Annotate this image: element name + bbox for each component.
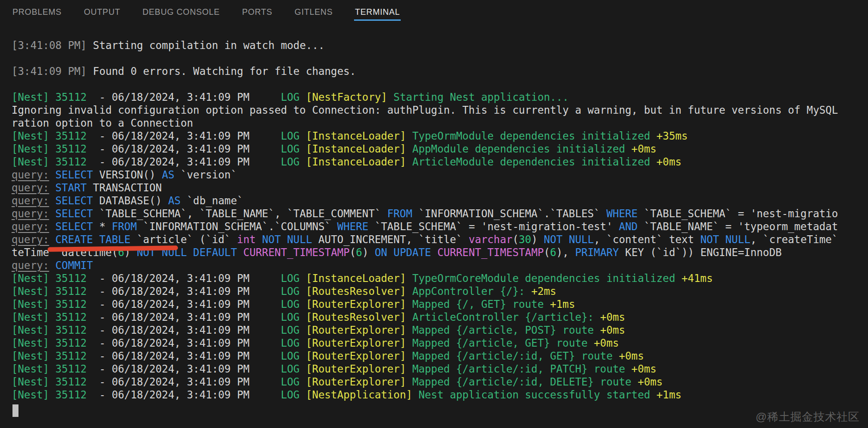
terminal-line: [Nest] 35112 - 06/18/2024, 3:41:09 PM LO… <box>12 285 868 298</box>
terminal-line <box>12 52 868 65</box>
terminal-line: query: START TRANSACTION <box>12 181 868 194</box>
terminal-line: [Nest] 35112 - 06/18/2024, 3:41:09 PM LO… <box>12 311 868 324</box>
terminal-line: [Nest] 35112 - 06/18/2024, 3:41:09 PM LO… <box>12 155 868 168</box>
terminal-line: query: SELECT `TABLE_SCHEMA`, `TABLE_NAM… <box>12 207 868 220</box>
terminal-line: [Nest] 35112 - 06/18/2024, 3:41:09 PM LO… <box>12 388 868 401</box>
panel-tab-debug-console[interactable]: DEBUG CONSOLE <box>142 6 220 24</box>
terminal-line: [3:41:09 PM] Found 0 errors. Watching fo… <box>12 65 868 78</box>
terminal-line: [Nest] 35112 - 06/18/2024, 3:41:09 PM LO… <box>12 142 868 155</box>
panel-tab-terminal[interactable]: TERMINAL <box>355 6 400 24</box>
panel-tab-ports[interactable]: PORTS <box>242 6 273 24</box>
terminal-line: query: COMMIT <box>12 259 868 272</box>
terminal-line: [Nest] 35112 - 06/18/2024, 3:41:09 PM LO… <box>12 375 868 388</box>
terminal-line: [Nest] 35112 - 06/18/2024, 3:41:09 PM LO… <box>12 336 868 349</box>
terminal-line: [Nest] 35112 - 06/18/2024, 3:41:09 PM LO… <box>12 324 868 336</box>
terminal-line: ration option to a Connection <box>12 116 868 129</box>
terminal-line: [Nest] 35112 - 06/18/2024, 3:41:09 PM LO… <box>12 129 868 142</box>
panel-tab-problems[interactable]: PROBLEMS <box>12 6 62 24</box>
terminal-line: query: SELECT * FROM `INFORMATION_SCHEMA… <box>12 220 868 233</box>
terminal-line: query: SELECT VERSION() AS `version` <box>12 168 868 181</box>
terminal-line: [Nest] 35112 - 06/18/2024, 3:41:09 PM LO… <box>12 298 868 311</box>
terminal-line: [Nest] 35112 - 06/18/2024, 3:41:09 PM LO… <box>12 362 868 375</box>
terminal-line: [Nest] 35112 - 06/18/2024, 3:41:09 PM LO… <box>12 349 868 362</box>
terminal-line: [3:41:08 PM] Starting compilation in wat… <box>12 39 868 52</box>
terminal-line: query: CREATE TABLE `article` (`id` int … <box>12 233 868 246</box>
terminal-line: Ignoring invalid configuration option pa… <box>12 104 868 116</box>
terminal-cursor <box>12 404 18 417</box>
watermark-text: @稀土掘金技术社区 <box>756 410 860 424</box>
terminal-line: query: SELECT DATABASE() AS `db_name` <box>12 194 868 207</box>
terminal-line: [Nest] 35112 - 06/18/2024, 3:41:09 PM LO… <box>12 91 868 104</box>
terminal-line <box>12 78 868 91</box>
panel-tab-output[interactable]: OUTPUT <box>83 6 121 24</box>
panel-tab-bar: PROBLEMSOUTPUTDEBUG CONSOLEPORTSGITLENST… <box>0 0 868 25</box>
terminal-output[interactable]: [3:41:08 PM] Starting compilation in wat… <box>12 39 868 428</box>
terminal-line: [Nest] 35112 - 06/18/2024, 3:41:09 PM LO… <box>12 272 868 285</box>
panel-tab-gitlens[interactable]: GITLENS <box>294 6 333 24</box>
